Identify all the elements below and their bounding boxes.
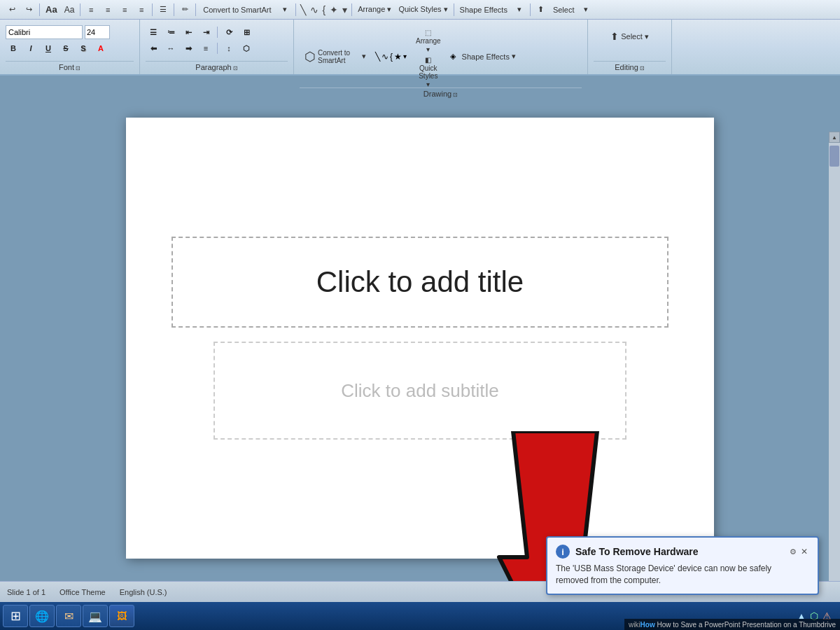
bullets-button[interactable]: ☰ [146,25,161,39]
quick-styles-button[interactable]: Quick Styles ▾ [396,2,450,18]
numbering-button[interactable]: ≔ [163,25,178,39]
font-section-label: Font⊡ [6,61,134,73]
convert-smartart-btn[interactable]: ⬡ Convert to SmartArt ▾ [300,41,371,72]
select-ribbon-btn[interactable]: ⬆ Select ▾ [606,28,654,45]
scroll-up-arrow[interactable]: ▲ [829,132,840,143]
font-color-button[interactable]: A [93,41,108,55]
drawing-section: ⬡ Convert to SmartArt ▾ ╲ ∿ { ★ ▾ ⬚ Arra… [294,20,588,74]
text-direction-button[interactable]: ⟳ [221,25,237,39]
align-right-para-button[interactable]: ➡ [181,41,196,55]
scrollbar-right[interactable]: ▲ ▼ [829,132,840,630]
quick-styles-ribbon-button[interactable]: ◧ Quick Styles ▾ [411,57,446,88]
separator-9 [530,4,531,16]
editing-expand-icon[interactable]: ⊡ [640,65,645,71]
wiki-watermark: wiki How How to Save a PowerPoint Presen… [624,619,840,630]
paragraph-expand-icon[interactable]: ⊡ [233,65,238,71]
shape-more-icon[interactable]: ▾ [403,52,407,60]
separator-6 [295,4,296,16]
theme-info: Office Theme [59,588,106,596]
cursor-icon: ⬆ [610,31,619,42]
wiki-body-text: How to Save a PowerPoint Presentation on… [655,621,836,629]
columns-button[interactable]: ⊞ [239,25,254,39]
notification-controls[interactable]: ⚙ ✕ [790,547,809,556]
editing-section-label: Editing⊡ [594,61,666,73]
quick-styles-icon: ◧ [425,56,431,64]
arrange-button-ribbon[interactable]: ⬚ Arrange ▾ [411,25,446,56]
shape-effects-ribbon-btn[interactable]: Shape Effects ▾ [457,49,521,64]
select-button[interactable]: Select [550,2,578,18]
decrease-indent-button[interactable]: ⇤ [181,25,196,39]
start-icon: ⊞ [8,608,23,624]
align-left-button[interactable]: ≡ [83,2,99,18]
line-spacing-para-button[interactable]: ↕ [221,41,237,55]
increase-indent-button[interactable]: ⇥ [198,25,214,39]
shape-effects-icon: ◈ [450,52,456,61]
shape-effects-dropdown[interactable]: ▾ [512,2,527,18]
drawing-expand-icon[interactable]: ⊡ [453,92,458,98]
convert-smartart-text: Convert to SmartArt [318,49,360,64]
drawing-section-label: Drawing⊡ [300,88,582,99]
taskbar-computer-btn[interactable]: 💻 [83,605,108,627]
notification-info-icon: i [556,545,570,559]
notification-title: Safe To Remove Hardware [575,546,699,557]
align-center-para-button[interactable]: ↔ [163,41,178,55]
subtitle-placeholder[interactable]: Click to add subtitle [214,342,626,440]
notification-title-row: i Safe To Remove Hardware [556,545,699,559]
text-shadow-button[interactable]: S [76,41,91,55]
font-section: B I U S S A Font⊡ [0,20,140,74]
shape-curve-icon: ∿ [382,52,388,62]
email-icon: ✉ [61,608,76,624]
smartart-button[interactable]: ⬡ [239,41,254,55]
notif-settings-icon[interactable]: ⚙ [790,547,797,556]
font-size-button[interactable]: Aa [62,2,78,18]
quick-access-toolbar: ↩ ↪ Aa Aa ≡ ≡ ≡ ≡ ☰ ✏ Convert to SmartAr… [0,0,840,20]
strikethrough-button[interactable]: S [58,41,74,55]
shape-line-icon: ╲ [375,52,380,62]
notification-close-button[interactable]: ✕ [799,547,809,556]
scroll-thumb[interactable] [830,146,839,167]
shape-effects-dropdown-arrow: ▾ [512,52,516,61]
line-spacing-button[interactable]: ☰ [155,2,171,18]
notification-popup: i Safe To Remove Hardware ⚙ ✕ The 'USB M… [546,536,819,595]
redo-button[interactable]: ↪ [21,2,36,18]
select-dropdown[interactable]: ▾ [578,2,594,18]
start-button[interactable]: ⊞ [3,605,28,627]
title-placeholder[interactable]: Click to add title [172,237,668,328]
shape-effects-button[interactable]: Shape Effects [457,2,510,18]
bracket-shape-icon: { [321,4,328,15]
taskbar-powerpoint-btn[interactable]: 🖼 [109,605,134,627]
separator-8 [454,4,454,16]
draw-tools-button[interactable]: ✏ [177,2,192,18]
justify-button[interactable]: ≡ [134,2,149,18]
line-shape-icon: ╲ [299,4,307,15]
editing-section: ⬆ Select ▾ Editing⊡ [588,20,672,74]
arrange-button[interactable]: Arrange ▾ [355,2,394,18]
more-shapes-icon: ▾ [341,4,349,15]
justify-para-button[interactable]: ≡ [198,41,214,55]
taskbar-email-btn[interactable]: ✉ [56,605,81,627]
convert-smartart-dropdown[interactable]: ▾ [277,2,293,18]
separator-7 [351,4,352,16]
align-left-para-button[interactable]: ⬅ [146,41,161,55]
title-placeholder-text: Click to add title [316,265,524,299]
slide-info: Slide 1 of 1 [7,588,46,596]
separator-5 [195,4,196,16]
notification-body: The 'USB Mass Storage Device' device can… [556,563,809,587]
font-expand-icon[interactable]: ⊡ [76,65,80,71]
italic-button[interactable]: I [23,41,38,55]
smartart-convert-icon: ⬡ [304,49,316,64]
shape-star-icon: ★ [394,52,402,62]
taskbar-browser-btn[interactable]: 🌐 [29,605,55,627]
shape-effects-group: ◈ Shape Effects ▾ [450,49,521,64]
font-name-input[interactable] [6,25,83,39]
para-sep-1 [217,27,218,38]
paragraph-section: ☰ ≔ ⇤ ⇥ ⟳ ⊞ ⬅ ↔ ➡ ≡ ↕ ⬡ Paragraph⊡ [140,20,294,74]
bold-button[interactable]: B [6,41,21,55]
slide-canvas: Click to add title Click to add subtitle [126,118,714,559]
font-aa-button[interactable]: Aa [43,2,60,18]
underline-button[interactable]: U [41,41,56,55]
font-size-input[interactable] [85,25,110,39]
undo-button[interactable]: ↩ [4,2,20,18]
align-right-button[interactable]: ≡ [117,2,132,18]
align-center-button[interactable]: ≡ [100,2,115,18]
